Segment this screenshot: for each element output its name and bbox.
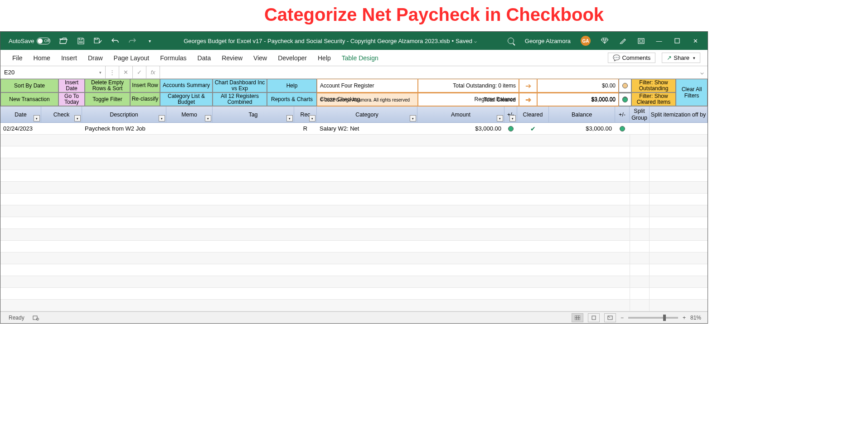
filter-outstanding-button[interactable]: Filter: Show Outstanding: [631, 79, 676, 92]
table-row[interactable]: [0, 264, 708, 276]
col-amount[interactable]: Amount▾: [417, 107, 504, 122]
table-row[interactable]: [0, 276, 708, 288]
total-outstanding-label: Total Outstanding: 0 items: [418, 79, 519, 92]
zoom-out[interactable]: −: [621, 315, 624, 321]
minimize-icon[interactable]: —: [655, 37, 663, 45]
tab-help[interactable]: Help: [318, 54, 331, 62]
save-check-icon[interactable]: [94, 37, 102, 45]
qat-dropdown[interactable]: ▾: [145, 37, 154, 45]
cell-balance[interactable]: $3,000.00: [549, 123, 615, 134]
col-cleared[interactable]: Cleared: [517, 107, 549, 122]
cell-rec[interactable]: R: [294, 123, 317, 134]
col-rec[interactable]: Rec▾: [294, 107, 317, 122]
col-tag[interactable]: Tag▾: [213, 107, 294, 122]
insert-date-button[interactable]: Insert Date: [58, 79, 85, 92]
maximize-icon[interactable]: [673, 37, 681, 45]
cell-check[interactable]: [41, 123, 82, 134]
tab-formulas[interactable]: Formulas: [160, 54, 186, 62]
cell-description[interactable]: Paycheck from W2 Job: [82, 123, 166, 134]
accounts-summary-button[interactable]: Accounts Summary: [160, 79, 213, 92]
chart-dashboard-button[interactable]: Chart Dashboard Inc vs Exp: [213, 79, 267, 92]
save-icon[interactable]: [77, 37, 85, 45]
col-date[interactable]: Date▾: [0, 107, 41, 122]
fx-confirm[interactable]: ✓: [133, 66, 146, 78]
table-row[interactable]: [0, 241, 708, 252]
table-row[interactable]: [0, 146, 708, 158]
arrow-icon: ➔: [519, 93, 537, 107]
ribbon: File Home Insert Draw Page Layout Formul…: [0, 50, 708, 66]
sort-by-date-button[interactable]: Sort By Date: [0, 79, 58, 92]
help-button[interactable]: Help: [267, 79, 317, 92]
user-name[interactable]: George Alzamora: [525, 38, 571, 44]
tab-table-design[interactable]: Table Design: [342, 54, 378, 62]
zoom-level[interactable]: 81%: [690, 315, 701, 321]
diamond-icon[interactable]: [601, 37, 609, 45]
zoom-in[interactable]: +: [683, 315, 686, 321]
col-category[interactable]: Category▾: [317, 107, 417, 122]
table-row[interactable]: [0, 229, 708, 241]
fbar-expand[interactable]: ⌵: [697, 69, 708, 76]
cell-date[interactable]: 02/24/2023: [0, 123, 41, 134]
search-icon[interactable]: [507, 37, 515, 45]
col-balance[interactable]: Balance: [549, 107, 615, 122]
table-row[interactable]: [0, 135, 708, 146]
col-pm2[interactable]: +/-: [615, 107, 630, 122]
col-split-group[interactable]: SplitGroup: [630, 107, 650, 122]
fx-cancel[interactable]: ✕: [119, 66, 133, 78]
tab-developer[interactable]: Developer: [278, 54, 307, 62]
tab-review[interactable]: Review: [222, 54, 242, 62]
close-icon[interactable]: ✕: [691, 37, 699, 45]
table-row[interactable]: [0, 158, 708, 170]
avatar[interactable]: GA: [581, 36, 591, 46]
fx-button[interactable]: fx: [146, 66, 160, 78]
delete-empty-button[interactable]: Delete Empty Rows & Sort: [85, 79, 130, 92]
tab-insert[interactable]: Insert: [61, 54, 77, 62]
tab-page-layout[interactable]: Page Layout: [114, 54, 150, 62]
view-normal[interactable]: [572, 313, 583, 322]
name-box[interactable]: E20▾: [0, 66, 106, 78]
cell-tag[interactable]: [213, 123, 294, 134]
col-memo[interactable]: Memo▾: [166, 107, 213, 122]
svg-line-11: [608, 316, 610, 318]
total-cleared-value: $3,000.00: [537, 93, 619, 107]
redo-icon[interactable]: [128, 37, 136, 45]
table-row[interactable]: [0, 194, 708, 205]
open-icon[interactable]: [59, 37, 68, 45]
table-row[interactable]: 02/24/2023 Paycheck from W2 Job R Salary…: [0, 123, 708, 135]
view-page-break[interactable]: [604, 313, 616, 322]
tab-file[interactable]: File: [12, 54, 23, 62]
cell-cleared[interactable]: ✔: [517, 123, 549, 134]
cell-split-item[interactable]: [650, 123, 708, 134]
tab-data[interactable]: Data: [198, 54, 211, 62]
autosave-toggle[interactable]: AutoSave Off: [9, 38, 50, 44]
col-pm1[interactable]: +/-▾: [504, 107, 517, 122]
cell-split-group[interactable]: [630, 123, 650, 134]
table-row[interactable]: [0, 288, 708, 300]
cell-memo[interactable]: [166, 123, 213, 134]
cell-category[interactable]: Salary W2: Net: [317, 123, 417, 134]
col-split-item[interactable]: Split itemization off by: [650, 107, 708, 122]
col-description[interactable]: Description▾: [82, 107, 166, 122]
tab-home[interactable]: Home: [34, 54, 50, 62]
fx-options[interactable]: ⋮: [106, 66, 119, 78]
undo-icon[interactable]: [111, 37, 119, 45]
col-check[interactable]: Check▾: [41, 107, 82, 122]
insert-row-button[interactable]: Insert Row: [130, 79, 160, 92]
app-icon[interactable]: [637, 37, 645, 45]
pencil-icon[interactable]: [619, 37, 627, 45]
view-page-layout[interactable]: [588, 313, 600, 322]
formula-input[interactable]: [160, 66, 697, 78]
table-row[interactable]: [0, 252, 708, 264]
macro-record-icon[interactable]: [33, 315, 39, 320]
cell-amount[interactable]: $3,000.00: [417, 123, 504, 134]
zoom-slider[interactable]: [628, 317, 678, 319]
comments-button[interactable]: 💬Comments: [608, 53, 655, 63]
share-button[interactable]: ↗Share▾: [662, 53, 700, 63]
table-row[interactable]: [0, 205, 708, 217]
tab-view[interactable]: View: [253, 54, 267, 62]
table-row[interactable]: [0, 170, 708, 182]
tab-draw[interactable]: Draw: [88, 54, 103, 62]
table-row[interactable]: [0, 182, 708, 194]
table-row[interactable]: [0, 217, 708, 229]
table-row[interactable]: [0, 300, 708, 311]
